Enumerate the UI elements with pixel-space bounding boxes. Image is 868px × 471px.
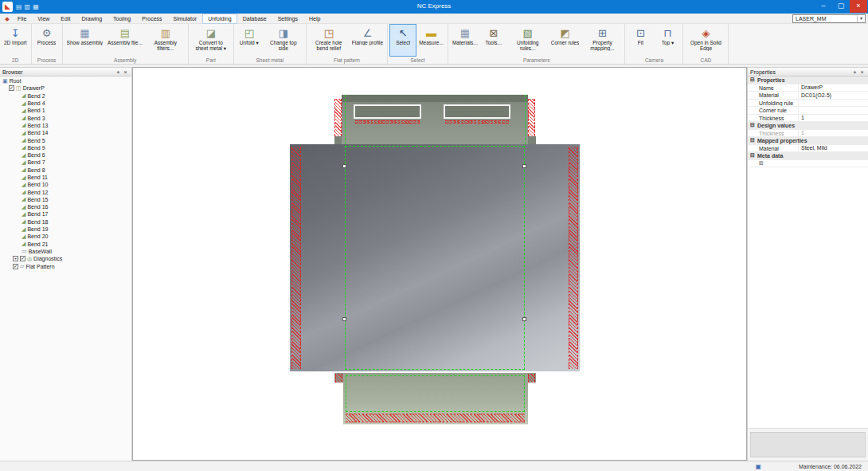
tree-item-bend-14[interactable]: ◢Bend 14 <box>0 129 131 136</box>
tree-item-bend-18[interactable]: ◢Bend 18 <box>0 218 131 226</box>
tree-item-bend-12[interactable]: ◢Bend 12 <box>0 188 131 195</box>
tree-item-bend-7[interactable]: ◢Bend 7 <box>0 159 131 166</box>
section-meta-data[interactable]: ⊟Meta data <box>748 152 868 160</box>
tab-help[interactable]: Help <box>303 14 326 24</box>
slot-cutout-right[interactable] <box>444 104 510 119</box>
tree-item-bend-20[interactable]: ◢Bend 20 <box>0 233 131 240</box>
drawing-viewport[interactable] <box>132 67 747 461</box>
close-icon[interactable]: × <box>122 68 129 77</box>
tree-item-bend-2[interactable]: ◢Bend 2 <box>0 92 131 100</box>
convert-to-sheet-metal-button[interactable]: ◪Convert to sheet metal ▾ <box>190 24 232 57</box>
materials-button[interactable]: ▦Materials... <box>450 24 480 57</box>
expand-icon[interactable]: ⊞ <box>758 160 764 167</box>
tab-view[interactable]: View <box>32 14 55 24</box>
select-button[interactable]: ↖Select <box>389 24 416 57</box>
property-mapping-button[interactable]: ⊞Property mapping... <box>581 24 623 57</box>
bend-line-boundary[interactable] <box>345 146 525 370</box>
section-mapped-properties[interactable]: ⊟Mapped properties <box>748 137 868 145</box>
tab-database[interactable]: Database <box>237 14 272 24</box>
new-file-icon[interactable]: ▤ <box>16 2 22 12</box>
tree-item-root[interactable]: ▣Root <box>0 77 131 84</box>
profile-select[interactable]: LASER_MM ▾ <box>792 14 866 23</box>
tree-item-bend-16[interactable]: ◢Bend 16 <box>0 203 131 210</box>
collapse-icon[interactable]: ⊟ <box>749 137 756 143</box>
tree-item-bend-15[interactable]: ◢Bend 15 <box>0 196 131 203</box>
vertex-handle[interactable] <box>522 164 526 168</box>
minimize-button[interactable]: – <box>815 0 832 13</box>
vertex-handle[interactable] <box>342 317 346 321</box>
fit-button[interactable]: ⊡Fit <box>627 24 654 57</box>
slot-cutout-left[interactable] <box>354 104 421 119</box>
assembly-file-button[interactable]: ▤Assembly file... <box>105 24 145 57</box>
tree-item-bend-19[interactable]: ◢Bend 19 <box>0 226 131 233</box>
tab-process[interactable]: Process <box>136 14 167 24</box>
close-button[interactable]: × <box>850 0 867 13</box>
assembly-filters-button[interactable]: ▥Assembly filters... <box>145 24 186 57</box>
top-button[interactable]: ⊓Top ▾ <box>654 24 681 57</box>
app-menu-icon[interactable]: ◆ <box>2 14 12 24</box>
tree-item-bend-11[interactable]: ◢Bend 11 <box>0 174 131 181</box>
show-assembly-button[interactable]: ▦Show assembly <box>65 24 106 57</box>
collapse-icon[interactable]: ⊟ <box>749 152 756 159</box>
unfolding-rules-button[interactable]: ▧Unfolding rules... <box>507 24 549 57</box>
vertex-handle[interactable] <box>342 164 346 168</box>
tab-edit[interactable]: Edit <box>55 14 76 24</box>
open-in-solid-edge-button[interactable]: ◈Open in Solid Edge <box>685 24 726 57</box>
unfold-button[interactable]: ◰Unfold ▾ <box>236 24 263 57</box>
open-file-icon[interactable]: ▥ <box>25 2 31 12</box>
tree-item-diagnostics[interactable]: +✓◎Diagnostics <box>0 255 131 262</box>
tree-item-bend-21[interactable]: ◢Bend 21 <box>0 241 131 248</box>
tree-item-bend-13[interactable]: ◢Bend 13 <box>0 122 131 129</box>
tree-item-bend-5[interactable]: ◢Bend 5 <box>0 136 131 143</box>
tree-item-flat-pattern[interactable]: ✓▱Flat Pattern <box>0 262 131 269</box>
collapse-icon[interactable]: ⊟ <box>749 77 756 83</box>
collapse-icon[interactable]: ⊟ <box>749 122 756 128</box>
measure-button[interactable]: ▬Measure... <box>416 24 446 57</box>
close-icon[interactable]: × <box>858 68 866 77</box>
property-value[interactable]: Steel, Mild <box>799 144 868 151</box>
bend-line[interactable] <box>345 95 346 144</box>
tab-tooling[interactable]: Tooling <box>108 14 136 24</box>
tab-settings[interactable]: Settings <box>272 14 303 24</box>
tab-drawing[interactable]: Drawing <box>76 14 108 24</box>
tree-item-bend-10[interactable]: ◢Bend 10 <box>0 181 131 188</box>
tree-item-drawerp[interactable]: ✓◫DrawerP <box>0 84 131 92</box>
checkbox[interactable]: ✓ <box>13 264 18 269</box>
tree-item-bend-8[interactable]: ◢Bend 8 <box>0 167 131 174</box>
pin-icon[interactable]: ⌖ <box>851 68 858 77</box>
tree-item-label: Bend 2 <box>27 93 45 99</box>
tab-unfolding[interactable]: Unfolding <box>202 14 237 24</box>
process-button[interactable]: ⚙Process <box>33 24 61 57</box>
tree-item-bend-6[interactable]: ◢Bend 6 <box>0 151 131 159</box>
bend-icon: ◢ <box>22 167 25 173</box>
2d-import-button[interactable]: ↧2D Import <box>2 24 29 57</box>
tools-button[interactable]: ⊠Tools... <box>480 24 507 57</box>
tree-item-bend-3[interactable]: ◢Bend 3 <box>0 114 131 121</box>
tab-simulator[interactable]: Simulator <box>168 14 203 24</box>
create-hole-bend-relief-button[interactable]: ◳Create hole bend relief <box>308 24 350 57</box>
corner-rules-button[interactable]: ◩Corner rules <box>549 24 582 57</box>
property-value[interactable]: 1 <box>799 129 868 136</box>
pin-icon[interactable]: ⌖ <box>115 68 122 77</box>
flange-profile-button[interactable]: ∠Flange profile <box>350 24 385 57</box>
bottom-flange-bend-boundary[interactable] <box>346 375 525 412</box>
expand-icon[interactable]: + <box>13 256 18 261</box>
checkbox[interactable]: ✓ <box>20 256 25 261</box>
section-design-values[interactable]: ⊟Design values <box>748 122 868 130</box>
save-icon[interactable]: ▦ <box>33 2 39 12</box>
tree-item-basewall[interactable]: ▭BaseWall <box>0 248 131 255</box>
tree-item-bend-9[interactable]: ◢Bend 9 <box>0 144 131 151</box>
section-properties[interactable]: ⊟Properties <box>748 77 868 84</box>
checkbox[interactable]: ✓ <box>9 85 14 91</box>
tree-item-bend-1[interactable]: ◢Bend 1 <box>0 107 131 114</box>
tree-item-bend-4[interactable]: ◢Bend 4 <box>0 100 131 107</box>
property-value[interactable]: DrawerP <box>799 84 868 91</box>
property-value[interactable]: 1 <box>799 114 868 121</box>
vertex-handle[interactable] <box>522 317 526 321</box>
maximize-button[interactable]: ▢ <box>832 0 850 13</box>
change-top-side-button[interactable]: ◨Change top side <box>263 24 304 57</box>
tree-item-bend-17[interactable]: ◢Bend 17 <box>0 210 131 218</box>
tab-file[interactable]: File <box>12 14 32 24</box>
bend-line[interactable] <box>525 95 526 144</box>
property-value[interactable]: DC01(O2-5) <box>799 92 868 99</box>
